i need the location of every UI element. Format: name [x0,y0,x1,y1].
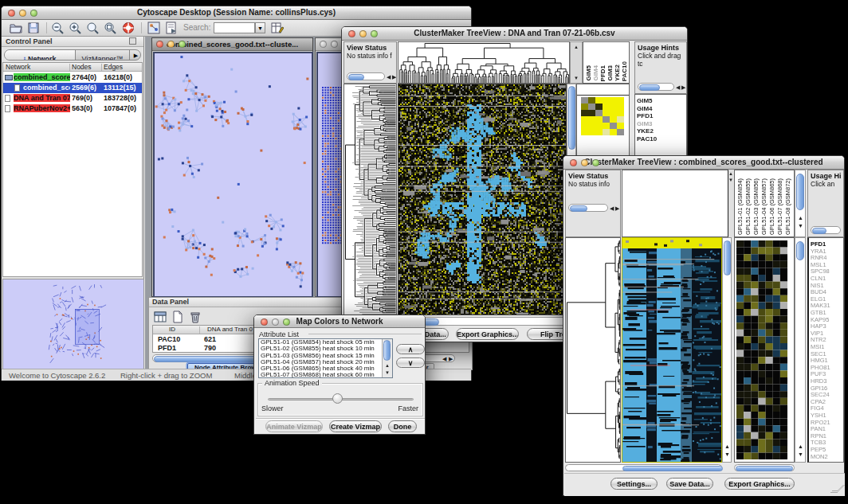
tv2-export-graphics-button[interactable]: Export Graphics... [724,478,795,490]
birdseye-view[interactable] [2,279,144,369]
tv2-hints-scrollbar[interactable] [811,226,841,234]
tv1-hints-scrollbar[interactable] [638,83,674,91]
close-button[interactable] [320,41,327,48]
attribute-select-icon[interactable] [154,311,167,323]
zoom-in-icon[interactable] [69,21,81,34]
scroll-left-arrow[interactable]: ◀ [676,84,680,90]
attribute-list[interactable]: GPL51-01 (GSM854) heat shock 05 minGPL51… [258,338,393,378]
zoom-button[interactable] [30,10,37,17]
tv2-heatmap-vscrollbar[interactable]: ▲ ▼ [722,237,732,463]
tv2-col-label: GPL51-07 (GSM868) [776,178,783,235]
tv1-column-dendrogram[interactable] [398,42,569,83]
scroll-down-arrow[interactable]: ▼ [728,178,733,182]
attribute-editor-icon[interactable] [271,21,284,34]
tv1-col-labels-box: GIM5GIM4PFD1GIM3YKE2PAC10 [583,41,630,84]
map-colors-titlebar[interactable]: Map Colors to Network [254,315,425,328]
tv1-status-scrollbar[interactable] [347,72,385,80]
tv1-heatmap[interactable] [398,84,566,315]
main-titlebar[interactable]: Cytoscape Desktop (Session Name: collins… [2,6,471,20]
attribute-list-vscrollbar[interactable]: ▲ ▼ [382,339,392,377]
open-folder-icon[interactable] [10,21,22,34]
search-dropdown-button[interactable]: ▼ [255,22,265,33]
minimize-button[interactable] [19,10,26,17]
scroll-left-arrow[interactable]: ◀ [610,205,614,211]
zoom-button[interactable] [592,159,599,166]
network-table-header[interactable]: Network Nodes Edges [3,63,142,72]
network-row[interactable]: combined_scores2764(0)16218(0) [3,72,142,83]
close-button[interactable] [348,30,355,37]
treeview-combined-titlebar[interactable]: ClusterMaker TreeView : combined_scores_… [563,156,844,170]
animate-vizmap-button[interactable]: Animate Vizmap [265,420,323,432]
minimize-button[interactable] [331,41,338,48]
resize-grip[interactable] [830,485,846,493]
scroll-up-arrow[interactable]: ▲ [574,45,579,49]
tv1-small-heatmap[interactable] [581,97,624,135]
tv2-small-vscrollbar[interactable]: ▲ ▼ [795,237,806,463]
attribute-list-item[interactable]: GPL51-07 (GSM868) heat shock 60 min [259,372,392,378]
search-input[interactable] [214,22,255,33]
done-button[interactable]: Done [388,420,417,432]
tv2-view-status-text: No status info [568,180,610,188]
scroll-left-arrow[interactable]: ◀ [387,74,391,80]
minimize-button[interactable] [359,30,367,37]
create-vizmap-button[interactable]: Create Vizmap [329,420,382,432]
zoom-button[interactable] [283,318,290,326]
tv2-hscrollbar-small[interactable] [734,464,795,471]
network-row[interactable]: DNA and Tran 07769(0)183728(0) [3,93,142,104]
close-button[interactable] [570,159,577,166]
close-button[interactable] [156,41,163,48]
new-attribute-icon[interactable] [171,311,184,323]
tv2-heatmap[interactable] [622,238,721,462]
zoom-actual-icon[interactable] [86,21,99,34]
tv2-hscrollbar-main[interactable] [565,464,722,471]
scroll-up-arrow[interactable]: ▲ [728,171,733,176]
tv2-small-heatmap[interactable] [736,240,787,459]
tv2-col-vscrollbar[interactable]: ▲ ▼ [795,170,806,237]
vizmapper-icon[interactable] [147,21,160,34]
window-controls[interactable] [261,318,290,326]
zoom-out-icon[interactable] [51,21,64,34]
move-up-button[interactable]: ∧ [396,344,425,354]
tv2-row-dendrogram[interactable] [566,238,620,462]
window-controls[interactable] [348,30,378,37]
window-controls[interactable] [8,10,37,17]
tv2-save-data-button[interactable]: Save Data... [666,478,713,490]
network-view-window-1[interactable]: combined_scores_good.txt--cluste... [151,37,313,297]
minimize-button[interactable] [167,41,175,48]
network-row[interactable]: RNAPuberNov2+[563(0)107847(0) [3,104,142,114]
tv2-status-scrollbar[interactable] [568,204,608,212]
animation-speed-slider-thumb[interactable] [332,393,343,404]
network-row[interactable]: combined_sco2569(6)13112(15) [3,83,142,93]
tabs-overflow-button[interactable]: ▶ [129,50,141,61]
zoom-button[interactable] [179,41,186,48]
close-button[interactable] [261,318,268,326]
network-canvas-1[interactable] [153,52,313,298]
delete-attribute-icon[interactable] [189,311,202,323]
tv1-row-dendrogram[interactable] [344,84,396,315]
window-controls[interactable] [570,159,599,166]
help-lifebuoy-icon[interactable] [122,21,135,34]
save-icon[interactable] [27,21,40,34]
tab-network[interactable]: ⁝ Network [5,50,76,61]
zoom-button[interactable] [371,30,378,37]
scroll-right-arrow[interactable]: ▶ [449,356,453,361]
network-name: DNA and Tran 07 [14,94,70,102]
tv1-export-graphics-button[interactable]: Export Graphics... [456,328,519,340]
minimize-button[interactable] [581,159,588,166]
float-panel-icon[interactable] [129,37,136,45]
scroll-right-arrow[interactable]: ▶ [681,84,685,90]
treeview-dna-titlebar[interactable]: ClusterMaker TreeView : DNA and Tran 07-… [342,27,687,41]
annotation-icon[interactable] [165,21,178,34]
scroll-right-arrow[interactable]: ▶ [615,205,619,211]
zoom-fit-icon[interactable] [104,21,116,34]
tv2-settings-button[interactable]: Settings... [610,478,658,490]
scroll-left-arrow[interactable]: ◀ [442,356,446,361]
map-colors-title: Map Colors to Network [296,317,383,326]
close-button[interactable] [8,10,15,17]
minimize-button[interactable] [272,318,279,326]
scroll-down-arrow[interactable]: ▼ [574,76,579,80]
scroll-right-arrow[interactable]: ▶ [392,74,396,80]
main-window-title: Cytoscape Desktop (Session Name: collins… [137,8,336,17]
tab-vizmapper[interactable]: VizMapper™ [76,50,129,61]
move-down-button[interactable]: ∨ [396,357,425,368]
